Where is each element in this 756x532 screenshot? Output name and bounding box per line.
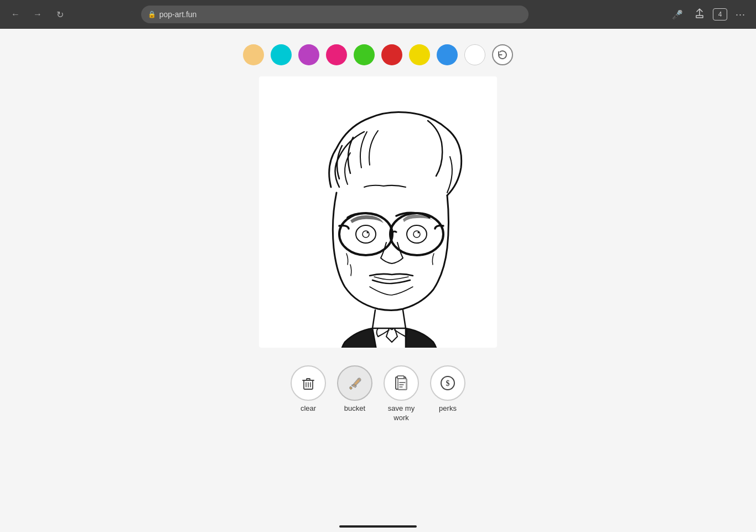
color-palette	[243, 44, 513, 65]
mic-icon: 🎤	[672, 9, 683, 20]
mic-button[interactable]: 🎤	[669, 6, 686, 23]
color-blue[interactable]	[437, 44, 458, 65]
tab-count-badge[interactable]: 4	[713, 8, 727, 20]
svg-point-1	[390, 213, 443, 255]
browser-actions: 🎤 4 ···	[669, 6, 749, 23]
more-button[interactable]: ···	[732, 6, 749, 23]
perks-icon-circle: $	[430, 365, 465, 401]
bucket-button[interactable]: bucket	[337, 365, 372, 414]
forward-button[interactable]: →	[29, 6, 46, 23]
save-label: save mywork	[388, 404, 415, 423]
clear-button[interactable]: clear	[291, 365, 326, 414]
svg-point-4	[367, 232, 369, 234]
perks-label: perks	[439, 404, 457, 414]
bottom-bar	[0, 521, 756, 532]
home-indicator	[339, 525, 417, 528]
svg-point-5	[407, 225, 427, 243]
back-button[interactable]: ←	[7, 6, 24, 23]
pop-art-svg	[259, 76, 497, 348]
bucket-label: bucket	[344, 404, 365, 414]
svg-point-2	[356, 225, 376, 243]
address-bar[interactable]: 🔒 pop-art.fun	[141, 6, 529, 23]
app-content: clear bucket	[0, 29, 756, 532]
url-text: pop-art.fun	[159, 10, 197, 19]
browser-chrome: ← → ↻ 🔒 pop-art.fun 🎤 4 ···	[0, 0, 756, 29]
color-white[interactable]	[464, 44, 485, 65]
svg-point-7	[418, 232, 420, 234]
save-icon-circle	[384, 365, 419, 401]
color-yellow[interactable]	[409, 44, 430, 65]
share-button[interactable]	[691, 6, 708, 23]
save-button[interactable]: save mywork	[384, 365, 419, 423]
color-cyan[interactable]	[271, 44, 292, 65]
perks-button[interactable]: $ perks	[430, 365, 465, 414]
bottom-toolbar: clear bucket	[291, 365, 465, 423]
bucket-icon-circle	[337, 365, 372, 401]
reload-button[interactable]: ↻	[51, 6, 69, 23]
color-skin[interactable]	[243, 44, 264, 65]
undo-button[interactable]	[492, 44, 513, 65]
clear-label: clear	[301, 404, 316, 414]
clear-icon-circle	[291, 365, 326, 401]
svg-point-3	[363, 231, 369, 237]
color-green[interactable]	[354, 44, 375, 65]
color-purple[interactable]	[298, 44, 319, 65]
svg-rect-11	[398, 379, 407, 390]
color-pink[interactable]	[326, 44, 347, 65]
svg-text:$: $	[446, 379, 450, 388]
lock-icon: 🔒	[148, 11, 156, 18]
share-icon	[695, 8, 705, 20]
drawing-canvas[interactable]	[259, 76, 497, 348]
color-red[interactable]	[381, 44, 402, 65]
svg-point-6	[413, 231, 420, 237]
ellipsis-icon: ···	[736, 9, 745, 20]
